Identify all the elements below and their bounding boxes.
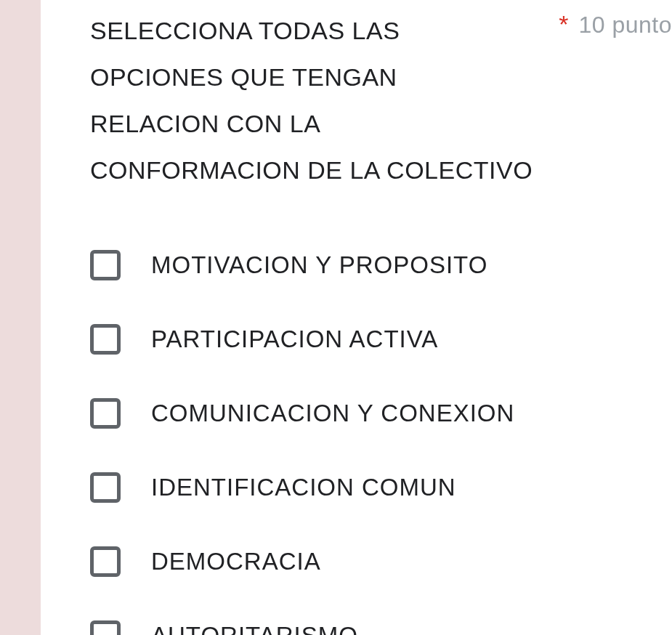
checkbox-icon[interactable] [90,546,121,577]
option-label: DEMOCRACIA [151,548,321,575]
option-label: AUTORITARISMO [151,622,358,635]
required-asterisk: * [559,10,568,39]
option-item[interactable]: COMUNICACION Y CONEXION [90,398,672,429]
option-item[interactable]: DEMOCRACIA [90,546,672,577]
option-item[interactable]: IDENTIFICACION COMUN [90,472,672,503]
options-list: MOTIVACION Y PROPOSITO PARTICIPACION ACT… [90,250,672,635]
question-card: * 10 punto SELECCIONA TODAS LAS OPCIONES… [41,0,672,635]
accent-strip [0,0,41,635]
checkbox-icon[interactable] [90,472,121,503]
option-label: IDENTIFICACION COMUN [151,474,456,501]
option-item[interactable]: MOTIVACION Y PROPOSITO [90,250,672,280]
checkbox-icon[interactable] [90,250,121,280]
option-item[interactable]: AUTORITARISMO [90,620,672,635]
option-label: MOTIVACION Y PROPOSITO [151,251,487,279]
checkbox-icon[interactable] [90,620,121,635]
option-item[interactable]: PARTICIPACION ACTIVA [90,324,672,355]
form-page: * 10 punto SELECCIONA TODAS LAS OPCIONES… [0,0,672,635]
question-meta: * 10 punto [559,10,672,39]
question-text: SELECCIONA TODAS LAS OPCIONES QUE TENGAN… [90,7,533,193]
checkbox-icon[interactable] [90,398,121,429]
option-label: PARTICIPACION ACTIVA [151,325,438,353]
points-label: 10 punto [578,12,672,39]
option-label: COMUNICACION Y CONEXION [151,400,514,427]
checkbox-icon[interactable] [90,324,121,355]
